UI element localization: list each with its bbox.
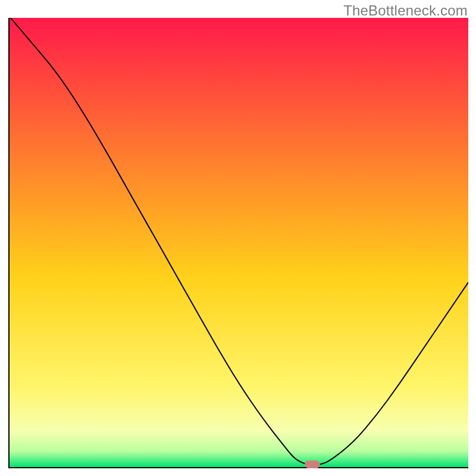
watermark-text: TheBottleneck.com bbox=[343, 2, 468, 19]
highlight-marker bbox=[305, 461, 320, 468]
chart-container: TheBottleneck.com bbox=[0, 0, 476, 476]
plot-area bbox=[8, 18, 468, 468]
x-axis bbox=[8, 467, 468, 468]
plot-svg bbox=[8, 18, 468, 468]
y-axis bbox=[8, 18, 10, 468]
gradient-background bbox=[10, 18, 468, 467]
